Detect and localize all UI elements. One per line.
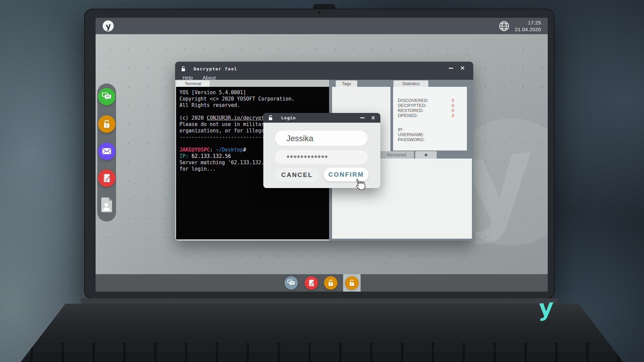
terminal-text: ~/Desktop bbox=[216, 147, 243, 153]
terminal-text: IP: bbox=[179, 153, 192, 159]
terminal-text: Server matching '62.133.132.56' bbox=[179, 160, 273, 166]
chat-icon bbox=[102, 92, 112, 101]
minimize-icon[interactable] bbox=[449, 68, 453, 69]
system-topbar: y 17:25 21.04.2020 bbox=[96, 18, 548, 34]
taskbar-item-login[interactable] bbox=[345, 276, 359, 290]
dock-item-chat[interactable] bbox=[98, 88, 115, 105]
minimize-icon[interactable] bbox=[360, 117, 365, 118]
tab-favorites[interactable]: ★ bbox=[415, 151, 437, 159]
terminal-text: # bbox=[243, 147, 246, 153]
chat-icon bbox=[286, 279, 296, 287]
statistics-details: IP:USERNAME:PASSWORD: bbox=[398, 127, 467, 142]
yos-logo-letter: y bbox=[105, 21, 111, 31]
stat-row: DECRYPTED:0 bbox=[398, 103, 467, 108]
terminal-text: YOS [Version 5.4.0001] bbox=[179, 89, 246, 96]
taskbar bbox=[96, 274, 548, 292]
stat-row: DISCOVERED:0 bbox=[398, 98, 467, 103]
terminal-text: (c) 2020 bbox=[179, 115, 207, 121]
tab-statistics[interactable]: Statistics bbox=[393, 80, 428, 87]
yos-brand-logo: y bbox=[538, 295, 554, 320]
stat-value: 0 bbox=[452, 108, 454, 113]
notepad-icon bbox=[307, 278, 316, 288]
stat-label: OPENED: bbox=[398, 113, 452, 118]
decrypter-titlebar[interactable]: Decrypter Tool Help About bbox=[175, 62, 473, 80]
stat-label: RESTORED: bbox=[398, 108, 452, 113]
close-icon[interactable] bbox=[371, 116, 375, 120]
terminal-text: All Rights reserved. bbox=[179, 102, 240, 108]
tab-terminal[interactable]: Terminal bbox=[176, 80, 210, 87]
stat-label: DECRYPTED: bbox=[398, 103, 452, 108]
username-field[interactable]: Jessika bbox=[275, 131, 368, 146]
stat-detail-label: PASSWORD: bbox=[398, 137, 467, 142]
webcam-dot bbox=[318, 11, 320, 14]
terminal-line: Copyright <c> 2020 YOSOFT Corporation. bbox=[179, 96, 329, 102]
password-field[interactable]: ************ bbox=[275, 150, 368, 164]
window-title: Decrypter Tool bbox=[194, 66, 237, 71]
keyboard-row bbox=[0, 343, 644, 351]
yos-menu-button[interactable]: y bbox=[103, 20, 114, 32]
mail-icon bbox=[102, 147, 112, 155]
tab-tags[interactable]: Tags bbox=[336, 80, 357, 87]
keyboard-row bbox=[0, 353, 644, 362]
contact-file-icon bbox=[100, 197, 113, 213]
dialog-title: Login bbox=[281, 115, 296, 120]
laptop-screen: y y 17:25 21.04.2020 bbox=[96, 18, 548, 292]
statistics-panel: DISCOVERED:0DECRYPTED:0RESTORED:0OPENED:… bbox=[393, 87, 467, 150]
terminal-text: 62.133.132.56 bbox=[192, 153, 231, 159]
taskbar-item-chat[interactable] bbox=[284, 276, 298, 290]
stat-value: 0 bbox=[452, 103, 454, 108]
terminal-text: : bbox=[210, 147, 216, 153]
unlocked-padlock-icon bbox=[102, 119, 111, 129]
login-titlebar[interactable]: Login bbox=[263, 113, 380, 123]
stat-row: OPENED:3 bbox=[398, 113, 467, 118]
stat-value: 0 bbox=[452, 98, 454, 103]
laptop-bezel: y y 17:25 21.04.2020 bbox=[84, 9, 554, 299]
dock-item-notes[interactable] bbox=[98, 169, 115, 187]
username-value: Jessika bbox=[286, 134, 313, 143]
clock-time: 17:25 bbox=[515, 19, 541, 26]
stat-row: RESTORED:0 bbox=[398, 108, 467, 113]
clock-date: 21.04.2020 bbox=[515, 26, 541, 33]
scene: y y 17:25 21.04.2020 bbox=[0, 0, 644, 362]
menu-about[interactable]: About bbox=[203, 75, 216, 80]
menu-help[interactable]: Help bbox=[182, 75, 193, 80]
notepad-icon bbox=[102, 173, 111, 183]
taskbar-item-decrypter[interactable] bbox=[324, 276, 337, 290]
dock-item-mail[interactable] bbox=[98, 142, 115, 160]
star-icon: ★ bbox=[424, 152, 428, 158]
stat-value: 3 bbox=[452, 113, 454, 118]
terminal-text: Please do not use in military bbox=[179, 121, 267, 127]
terminal-line: YOS [Version 5.4.0001] bbox=[179, 89, 329, 96]
network-globe-icon[interactable] bbox=[498, 20, 510, 32]
unlocked-padlock-icon bbox=[181, 66, 186, 72]
terminal-link[interactable]: CONJUR3R.io/decrypter bbox=[207, 115, 270, 121]
terminal-text: for login... bbox=[179, 166, 216, 172]
statistics-counters: DISCOVERED:0DECRYPTED:0RESTORED:0OPENED:… bbox=[398, 98, 467, 118]
app-dock bbox=[97, 83, 116, 222]
stat-detail-label: IP: bbox=[398, 127, 467, 132]
stat-label: DISCOVERED: bbox=[398, 98, 452, 103]
unlocked-padlock-icon bbox=[268, 115, 273, 121]
unlocked-padlock-icon bbox=[326, 278, 335, 288]
clock: 17:25 21.04.2020 bbox=[515, 19, 541, 33]
stat-detail-label: USERNAME: bbox=[398, 132, 467, 137]
terminal-text: JAKE@YOSPC bbox=[179, 147, 210, 153]
close-icon[interactable] bbox=[461, 66, 465, 70]
terminal-line: All Rights reserved. bbox=[179, 102, 329, 109]
terminal-text: organizations, or for illegal bbox=[179, 128, 267, 134]
terminal-text: Copyright <c> 2020 YOSOFT Corporation. bbox=[179, 96, 294, 102]
laptop-hinge bbox=[80, 298, 558, 304]
tab-restored[interactable]: Restored bbox=[379, 151, 414, 159]
taskbar-item-notes[interactable] bbox=[305, 276, 318, 290]
cancel-button[interactable]: CANCEL bbox=[275, 168, 319, 182]
unlocked-padlock-icon bbox=[347, 278, 356, 288]
password-masked-value: ************ bbox=[286, 154, 328, 163]
dock-item-contacts[interactable] bbox=[98, 196, 115, 214]
dock-item-decrypter[interactable] bbox=[98, 115, 115, 133]
